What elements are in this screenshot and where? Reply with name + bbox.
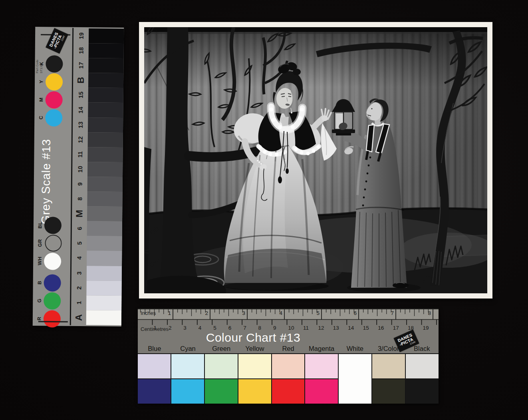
colour-patch-saturated xyxy=(272,379,305,404)
grey-step-label: 6 xyxy=(72,221,87,236)
colour-patch-pale xyxy=(272,354,305,378)
colour-patch-pale xyxy=(372,354,405,378)
grey-step-patch xyxy=(87,162,123,177)
grey-step-label: 9 xyxy=(72,177,87,191)
danes-picta-logo: DANES -PICTA .COM xyxy=(46,28,68,54)
colour-patch-pale xyxy=(406,354,439,378)
dot-label: G xyxy=(37,297,42,305)
grey-step-patch xyxy=(87,251,122,266)
colour-patch-pale xyxy=(238,354,271,378)
dot-label: BL xyxy=(37,221,43,229)
svg-text:14: 14 xyxy=(348,325,354,331)
ruler: 1234567812345678910111213141516171819 xyxy=(138,309,439,331)
svg-text:19: 19 xyxy=(423,325,429,331)
grey-step-label: 19 xyxy=(73,28,89,43)
colour-column xyxy=(205,354,238,404)
colour-label: Red xyxy=(272,345,305,353)
colour-patch-saturated xyxy=(372,379,405,404)
dot-swatch xyxy=(46,73,63,90)
svg-text:9: 9 xyxy=(273,325,276,331)
grey-scale-label-column: Part Code ST1316 DANES -PICTA .COM KYMC … xyxy=(33,27,73,326)
svg-text:4: 4 xyxy=(198,325,202,331)
grey-scale-title: Grey Scale #13 xyxy=(39,131,53,224)
colour-column xyxy=(305,354,338,404)
grey-step-label: 11 xyxy=(72,147,87,162)
dot-swatch xyxy=(45,235,62,251)
grey-step-patch xyxy=(86,295,121,311)
dot-swatch xyxy=(44,274,61,291)
grey-step-label: 3 xyxy=(71,265,87,280)
colour-chart-strip: 1234567812345678910111213141516171819 In… xyxy=(138,309,439,404)
grey-step-label: 4 xyxy=(71,251,87,265)
dot-swatch xyxy=(44,217,62,234)
grey-step-patch xyxy=(88,73,123,88)
svg-text:6: 6 xyxy=(228,325,232,331)
colour-patch-pale xyxy=(138,354,171,378)
centimetres-label: Centimetres xyxy=(141,326,169,332)
grey-step-label: 1 xyxy=(71,295,86,310)
grey-step-label: 14 xyxy=(73,102,88,117)
grey-step-label: 15 xyxy=(73,88,88,102)
photo-image xyxy=(144,27,487,293)
grey-step-patch xyxy=(88,103,123,118)
grey-step-label: 17 xyxy=(73,58,88,73)
grey-step-patch xyxy=(87,206,122,221)
dot-swatch xyxy=(44,310,61,327)
colour-column xyxy=(406,354,439,404)
grey-scale-strip: Part Code ST1316 DANES -PICTA .COM KYMC … xyxy=(33,27,124,326)
calibration-dot-bl: BL xyxy=(36,216,62,234)
svg-text:17: 17 xyxy=(393,325,399,331)
grey-step-label: B xyxy=(73,73,88,88)
grey-step-patch xyxy=(87,266,122,281)
svg-text:8: 8 xyxy=(258,325,262,331)
calibration-dot-m: M xyxy=(37,91,62,109)
calibration-dot-c: C xyxy=(37,109,62,127)
colour-column xyxy=(171,354,204,404)
colour-patch-saturated xyxy=(171,379,204,404)
colour-patch-pale xyxy=(171,354,204,378)
dot-swatch xyxy=(46,55,63,72)
colour-label: Cyan xyxy=(171,345,205,353)
grey-step-label: 18 xyxy=(73,43,89,58)
inches-label: Inches xyxy=(141,310,156,316)
grey-step-patch xyxy=(87,191,122,207)
colour-label: Magenta xyxy=(305,345,338,353)
colour-label: Blue xyxy=(138,345,171,353)
svg-text:10: 10 xyxy=(288,325,294,331)
colour-label: Yellow xyxy=(238,345,272,353)
grey-step-label: 12 xyxy=(73,132,88,147)
grey-scale-patches xyxy=(86,27,124,326)
colour-patch-saturated xyxy=(138,379,171,404)
calibration-dot-b: B xyxy=(35,274,61,292)
rgb-dot-group: BLGRWHBGR xyxy=(35,216,62,328)
grey-step-patch xyxy=(87,147,123,162)
dot-label: B xyxy=(37,279,42,287)
grey-step-patch xyxy=(88,132,123,147)
earring xyxy=(291,112,292,113)
grey-step-patch xyxy=(87,221,122,236)
colour-chart-title: Colour Chart #13 xyxy=(206,331,300,344)
calibration-dot-gr: GR xyxy=(36,234,62,252)
colour-column xyxy=(238,354,271,404)
colour-patch-saturated xyxy=(205,379,238,404)
grey-step-patch xyxy=(89,43,124,58)
calibration-dot-y: Y xyxy=(37,73,63,91)
grey-step-patch xyxy=(88,117,123,133)
colour-patch-pale xyxy=(305,354,338,378)
svg-text:13: 13 xyxy=(333,325,339,331)
cmyk-dot-group: KYMC xyxy=(37,55,63,127)
svg-text:5: 5 xyxy=(213,325,216,331)
dot-swatch xyxy=(44,253,61,270)
colour-column xyxy=(138,354,171,404)
grey-step-label: 13 xyxy=(73,117,88,132)
dot-label: GR xyxy=(37,239,43,247)
grey-step-patch xyxy=(87,177,123,192)
dot-label: Y xyxy=(38,78,44,86)
colour-patch-pale xyxy=(205,354,238,378)
grey-step-label: A xyxy=(71,310,86,325)
calibration-dot-g: G xyxy=(35,292,61,310)
grey-step-label: 10 xyxy=(72,162,87,177)
divider xyxy=(38,321,68,322)
svg-text:11: 11 xyxy=(303,325,309,331)
photo-print xyxy=(139,22,492,299)
